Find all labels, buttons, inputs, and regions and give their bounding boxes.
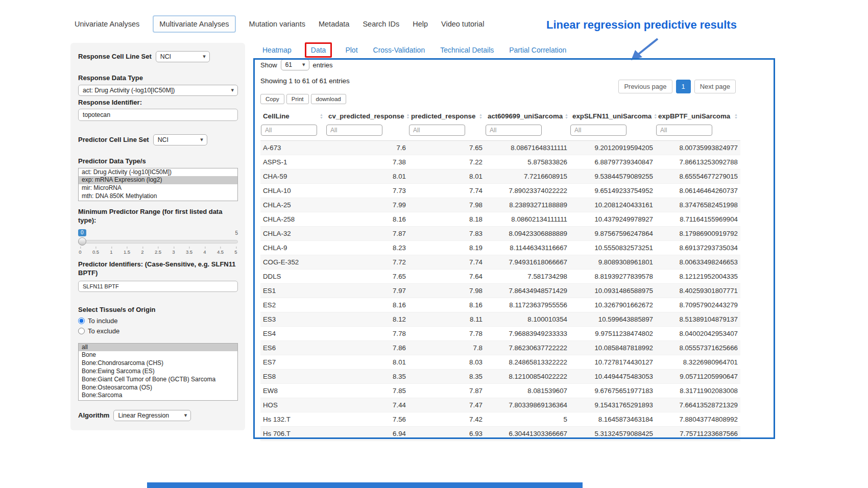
listbox-option-bone[interactable]: Bone — [79, 351, 237, 359]
print-button[interactable]: Print — [286, 94, 309, 104]
column-header-expslfn11-unisarcoma[interactable]: expSLFN11_uniSarcoma▲▼ — [570, 109, 656, 123]
cell-value: 7.87 — [326, 227, 408, 241]
cell-value: 7.98 — [408, 284, 485, 298]
filter-row — [260, 123, 740, 141]
radio-to-exclude[interactable]: To exclude — [78, 327, 238, 335]
cell-value: 8.16 — [326, 212, 408, 227]
tab-partial-correlation[interactable]: Partial Correlation — [509, 46, 566, 54]
listbox-option-peripheral-nervous-system[interactable]: Peripheral_Nervous_System — [79, 400, 237, 400]
slider-tick: 2 — [141, 249, 143, 255]
cell-value: 7.65 — [408, 141, 485, 155]
table-row: CHLA-257.997.988.2389327118888910.208124… — [260, 198, 740, 212]
previous-page-button[interactable]: Previous page — [618, 80, 672, 93]
cell-value: 8.12 — [326, 312, 408, 327]
column-header-cellline[interactable]: CellLine▲▼ — [260, 109, 326, 123]
nav-item-search-ids[interactable]: Search IDs — [363, 16, 399, 32]
tab-plot[interactable]: Plot — [345, 46, 357, 54]
slider-track[interactable] — [78, 240, 238, 243]
nav-item-mutation-variants[interactable]: Mutation variants — [249, 16, 305, 32]
response-cell-line-set-select[interactable]: NCI — [156, 51, 210, 62]
slider-tick: 1.5 — [124, 249, 130, 255]
listbox-option-mir-microrna[interactable]: mir: MicroRNA — [79, 184, 237, 192]
response-identifier-input[interactable] — [78, 109, 238, 121]
listbox-option-bone-osteosarcoma-os[interactable]: Bone:Osteosarcoma (OS) — [79, 384, 237, 392]
download-button[interactable]: download — [311, 94, 346, 104]
cell-line-name: ES6 — [260, 341, 326, 355]
listbox-option-bone-ewing-sarcoma-es[interactable]: Bone:Ewing Sarcoma (ES) — [79, 368, 237, 376]
nav-item-video-tutorial[interactable]: Video tutorial — [441, 16, 484, 32]
listbox-option-mth-dna-850k-methylation[interactable]: mth: DNA 850K Methylation — [79, 192, 237, 201]
column-filter-cellline[interactable] — [261, 125, 317, 136]
cell-value: 7.74 — [408, 184, 485, 198]
cell-value: 7.581734298 — [485, 270, 570, 284]
listbox-option-act-drug-activity-log10-ic50m[interactable]: act: Drug Activity (-log10[IC50M]) — [79, 168, 237, 177]
predictor-cell-line-set-select[interactable]: NCI — [153, 134, 207, 145]
next-page-button[interactable]: Next page — [694, 80, 736, 93]
cell-line-name: CHLA-258 — [260, 212, 326, 227]
column-filter-predicted-response[interactable] — [409, 125, 465, 136]
listbox-option-bone-sarcoma[interactable]: Bone:Sarcoma — [79, 392, 237, 400]
nav-item-help[interactable]: Help — [413, 16, 428, 32]
table-row: DDLS7.657.647.5817342988.819392778395788… — [260, 270, 740, 284]
slider-tick: 0 — [79, 249, 81, 255]
page-1-button[interactable]: 1 — [676, 80, 691, 93]
filter-cell — [260, 123, 326, 141]
tab-cross-validation[interactable]: Cross-Validation — [373, 46, 425, 54]
column-header-act609699-unisarcoma[interactable]: act609699_uniSarcoma▲▼ — [485, 109, 570, 123]
column-filter-cv-predicted-response[interactable] — [326, 125, 382, 136]
cell-line-name: EW8 — [260, 384, 326, 398]
column-filter-expslfn11-unisarcoma[interactable] — [570, 125, 626, 136]
radio-input-to-exclude[interactable] — [78, 328, 85, 334]
tissue-listbox[interactable]: allBoneBone:Chondrosarcoma (CHS)Bone:Ewi… — [78, 343, 238, 401]
cell-value: 8.18 — [408, 212, 485, 227]
listbox-option-bone-chondrosarcoma-chs[interactable]: Bone:Chondrosarcoma (CHS) — [79, 359, 237, 368]
nav-item-multivariate-analyses[interactable]: Multivariate Analyses — [153, 15, 235, 33]
cell-value: 8.70957902443279 — [656, 298, 740, 312]
radio-to-include[interactable]: To include — [78, 317, 238, 325]
cell-value: 7.38 — [326, 155, 408, 169]
cell-value: 7.78 — [408, 327, 485, 341]
main-content: HeatmapDataPlotCross-ValidationTechnical… — [253, 43, 777, 441]
predictor-data-types-listbox[interactable]: act: Drug Activity (-log10[IC50M])exp: m… — [78, 168, 238, 201]
column-filter-expbptf-unisarcoma[interactable] — [656, 125, 712, 136]
algorithm-select[interactable]: Linear Regression — [113, 410, 191, 421]
tab-data[interactable]: Data — [305, 42, 332, 58]
response-cell-line-set-row: Response Cell Line Set NCI — [78, 51, 238, 62]
cell-value: 7.89023374022222 — [485, 184, 570, 198]
cell-value: 9.65149233754952 — [570, 184, 656, 198]
slider-handle[interactable] — [78, 237, 86, 246]
nav-item-univariate-analyses[interactable]: Univariate Analyses — [75, 16, 139, 32]
header-row: CellLine▲▼cv_predicted_response▲▼predict… — [260, 109, 740, 123]
listbox-option-exp-mrna-expression-log2[interactable]: exp: mRNA Expression (log2) — [79, 176, 237, 184]
show-entries-select[interactable]: 61 — [281, 59, 309, 70]
cell-value: 8.16 — [408, 298, 485, 312]
min-range-slider[interactable]: 0 5 00.511.522.533.544.55 — [78, 229, 238, 257]
cell-line-name: CHLA-9 — [260, 241, 326, 255]
predictor-cell-line-set-row: Predictor Cell Line Set NCI — [78, 134, 238, 145]
cell-value: 8.04002042953407 — [656, 327, 740, 341]
response-identifier-label: Response Identifier: — [78, 98, 238, 107]
column-header-predicted-response[interactable]: predicted_response▲▼ — [408, 109, 485, 123]
nav-item-metadata[interactable]: Metadata — [319, 16, 349, 32]
listbox-option-all[interactable]: all — [79, 344, 237, 352]
response-data-type-select[interactable]: act: Drug Activity (-log10[IC50M]) — [78, 85, 238, 96]
table-row: CHLA-98.238.198.1144634311666710.5550832… — [260, 241, 740, 255]
main-tabs: HeatmapDataPlotCross-ValidationTechnical… — [262, 43, 777, 57]
table-row: CHA-598.018.017.72166089159.538445790892… — [260, 169, 740, 184]
table-row: ES28.168.168.1172363795555610.3267901662… — [260, 298, 740, 312]
cell-value: 8.03 — [408, 355, 485, 370]
cell-value: 7.44 — [326, 398, 408, 412]
column-filter-act609699-unisarcoma[interactable] — [486, 125, 542, 136]
tab-technical-details[interactable]: Technical Details — [440, 46, 494, 54]
table-row: EW87.857.878.0815396079.676756519771838.… — [260, 384, 740, 398]
cell-value: 10.3267901662672 — [570, 298, 656, 312]
response-cell-line-set-label: Response Cell Line Set — [78, 52, 152, 61]
listbox-option-bone-giant-cell-tumor-of-bone-gctb-sarcoma[interactable]: Bone:Giant Cell Tumor of Bone (GCTB) Sar… — [79, 376, 237, 384]
cell-value: 8.69137293735034 — [656, 241, 740, 255]
predictor-identifiers-input[interactable] — [78, 281, 238, 292]
radio-input-to-include[interactable] — [78, 318, 85, 324]
tab-heatmap[interactable]: Heatmap — [262, 46, 292, 54]
column-header-expbptf-unisarcoma[interactable]: expBPTF_uniSarcoma▲▼ — [656, 109, 740, 123]
column-header-cv-predicted-response[interactable]: cv_predicted_response▲▼ — [326, 109, 408, 123]
copy-button[interactable]: Copy — [260, 94, 284, 104]
